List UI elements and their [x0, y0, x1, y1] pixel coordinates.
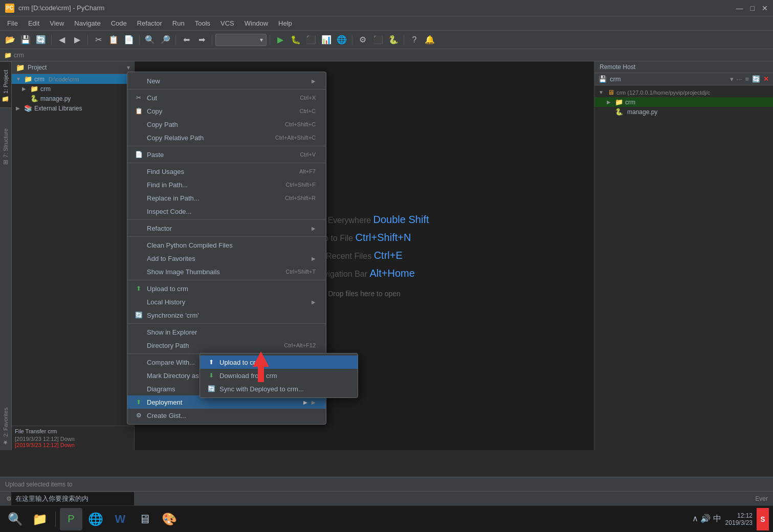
menu-navigate[interactable]: Navigate — [70, 18, 104, 28]
toolbar-open-btn[interactable]: 📂 — [3, 33, 17, 47]
project-tab-label[interactable]: 📁 1: Project — [0, 61, 11, 107]
menu-code[interactable]: Code — [107, 18, 131, 28]
taskbar-search-icon[interactable]: 🔍 — [4, 508, 27, 530]
tree-crm-folder-icon: 📁 — [30, 85, 38, 93]
cm-diagrams-icon — [135, 385, 143, 393]
deployment-submenu: ⬆ Upload to crm ⬇ Download from crm 🔄 Sy… — [200, 353, 358, 398]
arrow-indicator — [251, 351, 271, 384]
cm-replace-in-path[interactable]: Replace in Path... Ctrl+Shift+R — [127, 191, 326, 205]
project-panel-header: 📁 Project ▾ — [12, 61, 134, 74]
remote-settings-btn[interactable]: ≡ — [745, 75, 749, 83]
sub-download-icon: ⬇ — [207, 371, 215, 380]
remote-close-btn[interactable]: ✕ — [763, 75, 769, 83]
toolbar-terminal-btn[interactable]: ⬛ — [371, 33, 385, 47]
remote-root-item[interactable]: ▼ 🖥 crm (127.0.0.1/home/pyvip/projectdj/… — [594, 87, 773, 97]
toolbar-stop-btn[interactable]: ⬛ — [304, 33, 318, 47]
menu-run[interactable]: Run — [168, 18, 189, 28]
taskbar-pycharm-icon[interactable]: P — [60, 508, 82, 530]
toolbar-python-btn[interactable]: 🐍 — [386, 33, 401, 47]
remote-manage-file[interactable]: 🐍 manage.py — [594, 107, 773, 117]
cm-copy-path[interactable]: Copy Path Ctrl+Shift+C — [127, 118, 326, 131]
cm-paste[interactable]: 📄 Paste Ctrl+V — [127, 148, 326, 161]
menu-help[interactable]: Help — [274, 18, 296, 28]
tree-manage-file[interactable]: 🐍 manage.py — [12, 94, 134, 103]
tree-crm-folder[interactable]: ▶ 📁 crm — [12, 84, 134, 94]
taskbar-paint-icon[interactable]: 🎨 — [158, 508, 181, 530]
close-button[interactable]: ✕ — [762, 4, 768, 12]
remote-refresh-btn[interactable]: 🔄 — [752, 75, 760, 83]
toolbar-event-btn[interactable]: 🔔 — [423, 33, 437, 47]
cm-find-path-label: Find in Path... — [147, 181, 188, 189]
toolbar-git-btn[interactable]: ⚙ — [356, 33, 370, 47]
cm-clean-python[interactable]: Clean Python Compiled Files — [127, 238, 326, 252]
cm-create-gist[interactable]: ⚙ Create Gist... — [127, 409, 326, 422]
remote-options-btn[interactable]: ··· — [737, 75, 742, 83]
toolbar-sync-btn[interactable]: 🔄 — [34, 33, 48, 47]
toolbar-nav-fwd[interactable]: ➡ — [194, 33, 209, 47]
sub-sync-deployed[interactable]: 🔄 Sync with Deployed to crm... — [200, 382, 358, 395]
structure-tab-label[interactable]: ⊞ 7: Structure — [0, 107, 11, 169]
window-controls[interactable]: — □ ✕ — [736, 4, 768, 12]
toolbar-coverage-btn[interactable]: 📊 — [319, 33, 334, 47]
menu-window[interactable]: Window — [240, 18, 272, 28]
toolbar-copy-btn[interactable]: 📋 — [106, 33, 121, 47]
project-panel-title: Project — [28, 64, 47, 71]
toolbar-search-btn[interactable]: 🔍 — [143, 33, 157, 47]
taskbar-wechat-icon[interactable]: S — [757, 508, 769, 530]
cm-show-explorer[interactable]: Show in Explorer — [127, 325, 326, 339]
maximize-button[interactable]: □ — [750, 4, 755, 12]
toolbar-help-btn[interactable]: ? — [407, 33, 422, 47]
cm-copy[interactable]: 📋 Copy Ctrl+C — [127, 104, 326, 118]
remote-root-arrow: ▼ — [599, 90, 604, 95]
sub-upload-crm[interactable]: ⬆ Upload to crm — [200, 356, 358, 369]
toolbar-forward-btn[interactable]: ▶ — [70, 33, 84, 47]
toolbar-save-btn[interactable]: 💾 — [18, 33, 33, 47]
menu-file[interactable]: File — [3, 18, 22, 28]
toolbar-run-btn[interactable]: ▶ — [273, 33, 288, 47]
cm-local-history[interactable]: Local History — [127, 295, 326, 308]
menu-edit[interactable]: Edit — [24, 18, 43, 28]
project-settings-icon[interactable]: ▾ — [127, 64, 130, 71]
toolbar-profile-btn[interactable]: 🌐 — [335, 33, 349, 47]
sub-sync-label: Sync with Deployed to crm... — [219, 385, 304, 393]
cm-upload-crm[interactable]: ⬆ Upload to crm — [127, 282, 326, 295]
favorites-tab-label[interactable]: ★ 2: Favorites — [0, 399, 11, 450]
event-log-btn[interactable]: Ever — [755, 495, 768, 502]
remote-dropdown-btn[interactable]: ▾ — [730, 75, 734, 83]
toolbar-back-btn[interactable]: ◀ — [55, 33, 69, 47]
menu-vcs[interactable]: VCS — [216, 18, 238, 28]
cm-add-favorites[interactable]: Add to Favorites — [127, 252, 326, 265]
cm-find-usages[interactable]: Find Usages Alt+F7 — [127, 165, 326, 178]
sub-download-crm[interactable]: ⬇ Download from crm — [200, 369, 358, 382]
menu-tools[interactable]: Tools — [191, 18, 214, 28]
taskbar-file-icon[interactable]: 📁 — [29, 508, 51, 530]
toolbar-config-dropdown[interactable]: ▾ — [215, 34, 267, 46]
cm-copy-relative-path[interactable]: Copy Relative Path Ctrl+Alt+Shift+C — [127, 131, 326, 144]
cm-inspect-code[interactable]: Inspect Code... — [127, 205, 326, 218]
cm-directory-path[interactable]: Directory Path Ctrl+Alt+F12 — [127, 339, 326, 352]
taskbar-browser-icon[interactable]: 🌐 — [84, 508, 107, 530]
cm-refactor[interactable]: Refactor — [127, 221, 326, 235]
toolbar-paste-btn[interactable]: 📄 — [122, 33, 136, 47]
tree-root-item[interactable]: ▼ 📁 crm D:\code\crm — [12, 74, 134, 84]
cm-new[interactable]: New — [127, 74, 326, 87]
cm-find-in-path[interactable]: Find in Path... Ctrl+Shift+F — [127, 178, 326, 191]
toolbar-debug-btn[interactable]: 🐛 — [289, 33, 303, 47]
menu-refactor[interactable]: Refactor — [133, 18, 166, 28]
cm-sep-4 — [127, 219, 326, 220]
toolbar-cut-btn[interactable]: ✂ — [91, 33, 105, 47]
tree-external-libs[interactable]: ▶ 📚 External Libraries — [12, 103, 134, 113]
toolbar-nav-back[interactable]: ⬅ — [179, 33, 193, 47]
taskbar-pc-icon[interactable]: 🖥 — [134, 508, 156, 530]
cm-show-thumbnails[interactable]: Show Image Thumbnails Ctrl+Shift+T — [127, 265, 326, 278]
cm-sep-7 — [127, 323, 326, 324]
minimize-button[interactable]: — — [736, 4, 743, 12]
cm-synchronize[interactable]: 🔄 Synchronize 'crm' — [127, 308, 326, 322]
taskbar-word-icon[interactable]: W — [109, 508, 131, 530]
cm-cut[interactable]: ✂ Cut Ctrl+X — [127, 91, 326, 104]
menu-view[interactable]: View — [46, 18, 68, 28]
cm-mark-label: Mark Directory as — [147, 372, 199, 380]
remote-crm-folder[interactable]: ▶ 📁 crm — [594, 97, 773, 107]
cm-upload-label: Upload to crm — [147, 285, 188, 293]
toolbar-search2-btn[interactable]: 🔎 — [158, 33, 172, 47]
